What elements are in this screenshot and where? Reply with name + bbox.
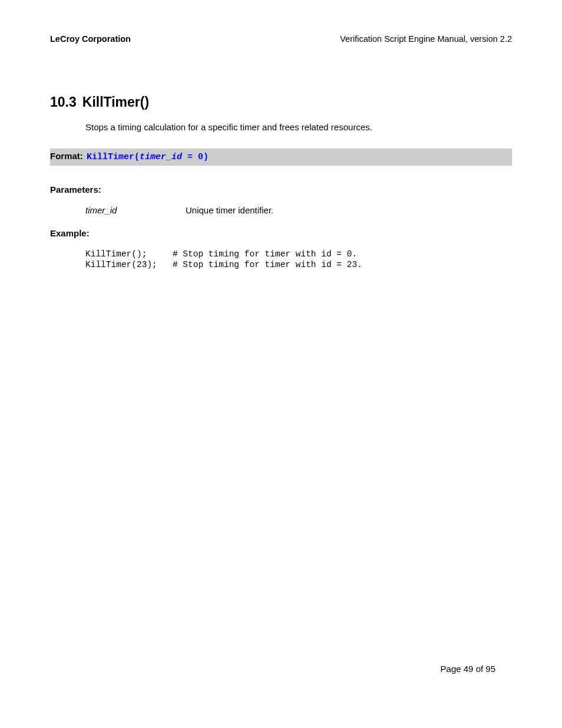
example-code: KillTimer(); # Stop timing for timer wit…: [85, 249, 512, 270]
example-heading: Example:: [50, 228, 512, 238]
page-footer: Page 49 of 95: [441, 664, 495, 674]
section-description: Stops a timing calculation for a specifi…: [85, 122, 512, 132]
format-param: timer_id: [140, 152, 182, 162]
parameter-name: timer_id: [85, 205, 186, 215]
section-title: KillTimer(): [82, 94, 149, 110]
page-content: 10.3KillTimer() Stops a timing calculati…: [50, 94, 512, 270]
format-bar: Format: KillTimer(timer_id = 0): [50, 149, 512, 166]
page: LeCroy Corporation Verification Script E…: [0, 0, 562, 728]
parameter-row: timer_idUnique timer identifier.: [85, 205, 512, 215]
section-heading: 10.3KillTimer(): [50, 94, 512, 110]
page-header: LeCroy Corporation Verification Script E…: [50, 34, 512, 44]
parameters-heading: Parameters:: [50, 185, 512, 195]
header-company: LeCroy Corporation: [50, 34, 131, 44]
section-number: 10.3: [50, 94, 77, 110]
format-assign: = 0): [182, 152, 209, 162]
format-func-open: KillTimer(: [87, 152, 140, 162]
format-label: Format:: [50, 151, 83, 161]
parameter-desc: Unique timer identifier.: [186, 205, 273, 215]
format-code: KillTimer(timer_id = 0): [87, 152, 209, 162]
header-doc-title: Verification Script Engine Manual, versi…: [340, 34, 512, 44]
